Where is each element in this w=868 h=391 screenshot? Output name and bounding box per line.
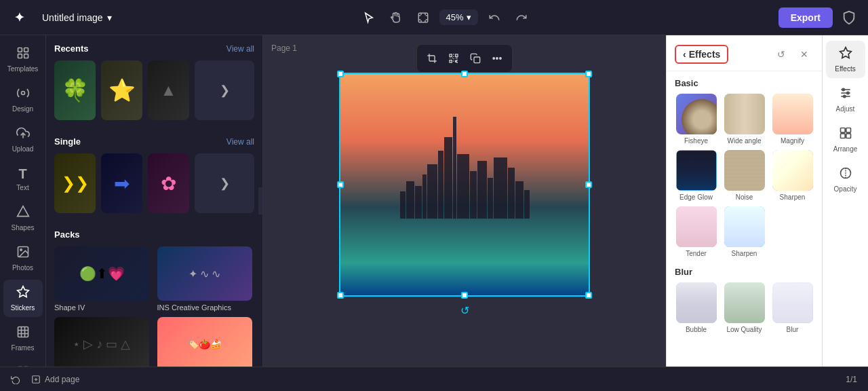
app-logo: ✦	[8, 7, 30, 29]
recent-item-black[interactable]: ▲	[148, 60, 189, 120]
svg-rect-18	[474, 57, 480, 63]
more-options-btn[interactable]: •••	[488, 49, 507, 68]
canvas-image-container[interactable]: ↺	[339, 73, 590, 297]
effect-magnify[interactable]: Magnify	[771, 94, 814, 145]
effect-fisheye[interactable]: Fisheye	[675, 94, 717, 145]
effect-thumb-tender	[676, 206, 717, 247]
right-arrange-label: Arrange	[833, 145, 858, 153]
right-sidebar-opacity[interactable]: Opacity	[826, 161, 865, 198]
topbar: ✦ Untitled image ▾ 45% ▾ Export	[0, 0, 868, 35]
right-sidebar: Effects Adjust Arrange Opacity	[822, 35, 868, 367]
add-page-btn[interactable]: Add page	[31, 375, 79, 384]
rotate-page-btn[interactable]	[11, 375, 20, 384]
arrange-icon	[839, 126, 852, 143]
effect-tender[interactable]: Tender	[675, 206, 717, 257]
bottom-bar: Add page 1/1	[0, 367, 868, 391]
building	[427, 164, 437, 219]
sidebar-item-text[interactable]: T Text	[3, 161, 43, 197]
svg-rect-1	[18, 48, 22, 52]
frame-tool[interactable]	[412, 7, 434, 29]
effect-low-quality[interactable]: Low Quality	[723, 282, 766, 333]
building	[438, 151, 443, 219]
export-button[interactable]: Export	[778, 7, 833, 28]
pack-shape-iv[interactable]: 🟢⬆💗 Shape IV	[54, 246, 152, 312]
effects-close-button[interactable]: ✕	[795, 45, 814, 64]
sidebar-item-collage[interactable]: Collage	[3, 360, 43, 367]
right-sidebar-adjust[interactable]: Adjust	[826, 81, 865, 118]
sidebar-item-design[interactable]: Design	[3, 81, 43, 118]
zoom-chevron: ▾	[467, 12, 471, 22]
effect-thumb-bubble	[676, 282, 717, 323]
effects-reset-button[interactable]: ↺	[772, 45, 791, 64]
effect-bubble[interactable]: Bubble	[675, 282, 717, 333]
design-icon	[16, 86, 30, 103]
single-item-yellow-arrows[interactable]: ❯❯	[54, 153, 96, 213]
basic-section-title: Basic	[675, 78, 814, 88]
svg-marker-19	[840, 48, 851, 58]
svg-rect-4	[24, 54, 28, 58]
single-section: Single View all ❯❯ ➡ ✿ ❯	[46, 128, 262, 221]
single-title: Single	[54, 136, 81, 147]
canvas-image	[339, 73, 590, 297]
effect-thumb-noise	[724, 150, 765, 191]
topbar-right: Export	[778, 7, 860, 29]
effect-edge-glow[interactable]: Edge Glow	[675, 150, 717, 201]
right-sidebar-arrange[interactable]: Arrange	[826, 121, 865, 158]
effect-sharpen[interactable]: Sharpen	[771, 150, 814, 201]
building	[524, 190, 530, 219]
qr-tool-btn[interactable]	[444, 49, 463, 68]
svg-rect-28	[840, 134, 845, 138]
sidebar-item-templates[interactable]: Templates	[3, 41, 43, 78]
effect-label-edgeglow: Edge Glow	[679, 193, 713, 201]
packs-title: Packs	[54, 229, 80, 240]
pack-ins-creative[interactable]: ✦ ∿ ∿ INS Creative Graphics	[157, 246, 255, 312]
undo-button[interactable]	[484, 7, 505, 29]
blur-section-title: Blur	[675, 267, 814, 277]
opacity-icon	[839, 166, 852, 183]
single-item-flower[interactable]: ✿	[148, 153, 189, 213]
single-view-all[interactable]: View all	[226, 137, 254, 147]
add-page-label: Add page	[45, 375, 79, 384]
zoom-control[interactable]: 45% ▾	[439, 10, 478, 25]
effect-sharpen2[interactable]: Sharpen	[723, 206, 766, 257]
document-title-area[interactable]: Untitled image ▾	[42, 12, 112, 23]
collapse-handle[interactable]: ‹	[258, 187, 263, 215]
effects-body: Basic Fisheye Wide angle	[667, 71, 822, 350]
sidebar-item-frames[interactable]: Frames	[3, 320, 43, 357]
effect-wide-angle[interactable]: Wide angle	[723, 94, 766, 145]
sidebar-item-upload[interactable]: Upload	[3, 121, 43, 158]
sidebar-item-label: Photos	[12, 264, 33, 272]
pack-black-imagination[interactable]: ⋆ ▷ ♪ ▭ △ Black Imagination	[54, 317, 152, 367]
templates-icon	[16, 46, 30, 63]
copy-btn[interactable]	[466, 49, 485, 68]
recents-view-all[interactable]: View all	[226, 44, 254, 54]
pack-supermarket[interactable]: 🏷️🍅🍰 Supermarket	[157, 317, 255, 367]
recent-item-clover[interactable]: 🍀	[54, 60, 96, 120]
svg-rect-3	[18, 54, 22, 58]
sidebar-item-stickers[interactable]: Stickers	[3, 280, 43, 317]
single-item-blue-arrow[interactable]: ➡	[101, 153, 142, 213]
recents-more[interactable]: ❯	[195, 60, 254, 120]
right-effects-label: Effects	[835, 65, 855, 73]
text-icon: T	[18, 166, 26, 182]
svg-rect-2	[24, 48, 28, 52]
right-sidebar-effects[interactable]: Effects	[826, 41, 865, 78]
sidebar-item-photos[interactable]: Photos	[3, 240, 43, 277]
effects-panel-header: ‹ Effects ↺ ✕	[667, 35, 822, 71]
hand-tool[interactable]	[385, 7, 407, 29]
effects-back-label: Effects	[689, 49, 721, 60]
cursor-tool[interactable]	[358, 7, 380, 29]
redo-button[interactable]	[511, 7, 532, 29]
recent-item-star[interactable]: ⭐	[101, 60, 142, 120]
effect-noise[interactable]: Noise	[723, 150, 766, 201]
effects-back-button[interactable]: ‹ Effects	[675, 45, 728, 64]
crop-tool-btn[interactable]	[422, 49, 441, 68]
rotate-handle[interactable]: ↺	[460, 304, 469, 317]
packs-grid: 🟢⬆💗 Shape IV ✦ ∿ ∿ INS Creative Graphics…	[54, 246, 254, 367]
sidebar-item-label: Stickers	[11, 304, 35, 312]
single-more[interactable]: ❯	[195, 153, 254, 213]
sidebar-item-shapes[interactable]: Shapes	[3, 200, 43, 237]
effect-blur[interactable]: Blur	[771, 282, 814, 333]
city-skyline	[339, 117, 590, 219]
shield-icon[interactable]	[838, 7, 860, 29]
